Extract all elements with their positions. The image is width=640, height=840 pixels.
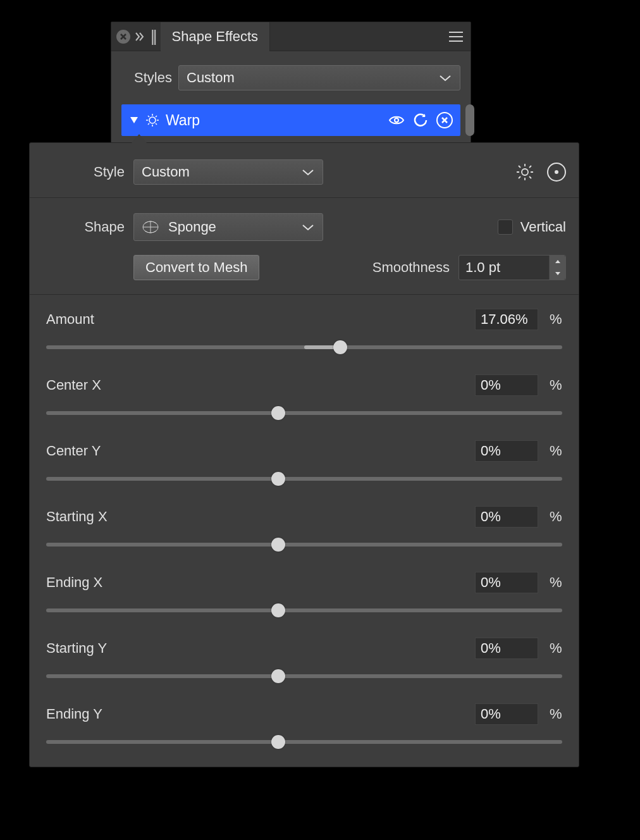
svg-point-2 (522, 169, 528, 175)
slider-unit: % (550, 574, 562, 591)
smoothness-input[interactable]: 1.0 pt (458, 255, 566, 280)
remove-effect-icon[interactable] (436, 112, 453, 128)
slider-label: Center Y (46, 443, 101, 459)
shape-thumb-icon (142, 219, 159, 235)
slider-starting-x: Starting X0%% (30, 492, 579, 558)
effect-name: Warp (166, 112, 200, 129)
smoothness-stepper[interactable] (549, 256, 565, 280)
slider-value-input[interactable]: 0% (475, 703, 538, 725)
slider-label: Ending Y (46, 706, 102, 722)
style-value: Custom (142, 164, 190, 180)
slider-label: Starting X (46, 509, 108, 525)
style-select[interactable]: Custom (133, 159, 323, 185)
slider-center-x: Center X0%% (30, 361, 579, 426)
slider-thumb[interactable] (271, 735, 285, 749)
slider-label: Ending X (46, 574, 102, 591)
chevron-down-icon (438, 73, 452, 82)
mesh-row: Convert to Mesh Smoothness 1.0 pt (30, 241, 579, 295)
slider-starting-y: Starting Y0%% (30, 624, 579, 689)
slider-thumb[interactable] (271, 669, 285, 683)
styles-row: Styles Custom (111, 51, 471, 99)
slider-label: Amount (46, 311, 94, 328)
slider-ending-x: Ending X0%% (30, 558, 579, 624)
disclosure-triangle-icon[interactable] (129, 116, 139, 125)
svg-point-0 (149, 117, 156, 123)
vertical-label: Vertical (520, 219, 566, 235)
slider-ending-y: Ending Y0%% (30, 689, 579, 755)
slider-value-input[interactable]: 0% (475, 506, 538, 528)
slider-value-input[interactable]: 0% (475, 638, 538, 659)
slider-thumb[interactable] (271, 472, 285, 486)
slider-label: Center X (46, 377, 101, 393)
effect-style-icon (145, 113, 159, 127)
panel-header: || Shape Effects (111, 22, 471, 51)
styles-value: Custom (187, 70, 235, 86)
slider-center-y: Center Y0%% (30, 426, 579, 492)
dock-handle-icon[interactable]: || (151, 22, 156, 51)
slider-amount: Amount17.06%% (30, 295, 579, 361)
target-icon[interactable] (547, 163, 566, 182)
slider-track[interactable] (46, 406, 562, 420)
stepper-down-icon[interactable] (550, 268, 565, 280)
shape-value: Sponge (168, 219, 295, 235)
effect-actions (388, 112, 453, 128)
flyout-pointer (132, 134, 147, 143)
slider-unit: % (550, 443, 562, 459)
warp-options-panel: Style Custom Shape Sponge Vert (29, 142, 579, 767)
slider-value-input[interactable]: 0% (475, 572, 538, 593)
slider-track[interactable] (46, 340, 562, 354)
slider-unit: % (550, 640, 562, 657)
smoothness-label: Smoothness (372, 259, 450, 276)
close-icon[interactable] (111, 22, 134, 51)
effect-item-warp[interactable]: Warp (121, 104, 460, 136)
shape-label: Shape (42, 219, 125, 235)
styles-label: Styles (121, 70, 172, 86)
panel-menu-icon[interactable] (448, 22, 464, 51)
slider-thumb[interactable] (271, 538, 285, 552)
slider-thumb[interactable] (333, 340, 347, 354)
vertical-checkbox[interactable] (498, 219, 513, 235)
slider-thumb[interactable] (271, 406, 285, 420)
svg-point-1 (395, 118, 398, 122)
slider-track[interactable] (46, 669, 562, 683)
slider-value-input[interactable]: 0% (475, 374, 538, 396)
tab-label: Shape Effects (172, 28, 259, 45)
slider-value-input[interactable]: 0% (475, 440, 538, 462)
slider-unit: % (550, 509, 562, 525)
visibility-icon[interactable] (388, 114, 405, 126)
smoothness-value: 1.0 pt (465, 259, 500, 276)
scrollbar[interactable] (465, 104, 474, 136)
chevron-down-icon (301, 223, 315, 232)
chevron-down-icon (301, 168, 315, 176)
slider-value-input[interactable]: 17.06% (475, 309, 538, 330)
convert-to-mesh-button[interactable]: Convert to Mesh (133, 255, 259, 280)
styles-select[interactable]: Custom (178, 65, 460, 90)
slider-track[interactable] (46, 472, 562, 486)
slider-thumb[interactable] (271, 603, 285, 617)
convert-button-label: Convert to Mesh (145, 259, 247, 276)
tab-shape-effects[interactable]: Shape Effects (161, 22, 271, 51)
collapse-chevrons-icon[interactable] (134, 22, 145, 51)
slider-track[interactable] (46, 538, 562, 552)
shape-effects-panel: || Shape Effects Styles Custom Warp (111, 22, 471, 145)
slider-unit: % (550, 311, 562, 328)
slider-unit: % (550, 377, 562, 393)
style-row: Style Custom (30, 143, 579, 198)
slider-unit: % (550, 706, 562, 722)
slider-track[interactable] (46, 735, 562, 749)
slider-track[interactable] (46, 603, 562, 617)
gear-icon[interactable] (515, 163, 534, 182)
slider-label: Starting Y (46, 640, 107, 657)
shape-select[interactable]: Sponge (133, 213, 323, 241)
reset-icon[interactable] (414, 113, 428, 127)
style-label: Style (42, 164, 125, 180)
stepper-up-icon[interactable] (550, 256, 565, 268)
shape-row: Shape Sponge Vertical (30, 198, 579, 241)
